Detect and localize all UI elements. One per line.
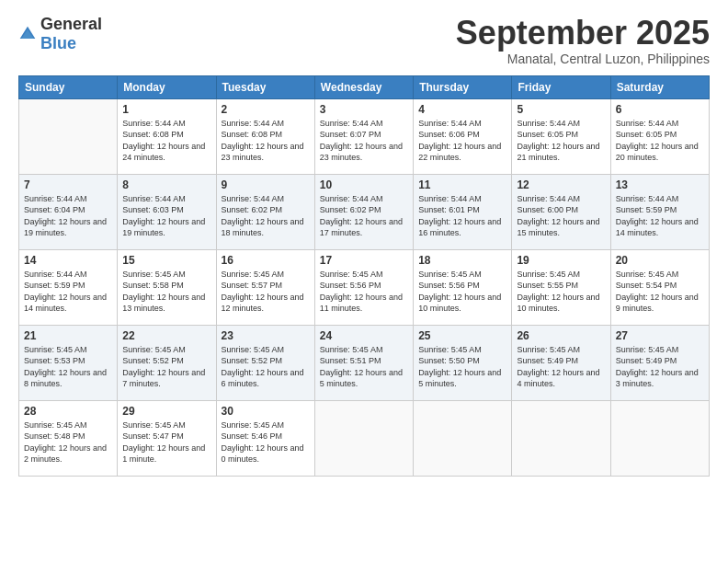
day-number: 5	[517, 103, 605, 116]
day-number: 10	[320, 178, 408, 191]
day-info: Sunrise: 5:45 AMSunset: 5:49 PMDaylight:…	[517, 344, 605, 390]
day-info: Sunrise: 5:45 AMSunset: 5:57 PMDaylight:…	[222, 269, 310, 315]
table-row: 24Sunrise: 5:45 AMSunset: 5:51 PMDayligh…	[314, 325, 413, 400]
calendar-header-row: Sunday Monday Tuesday Wednesday Thursday…	[19, 75, 710, 98]
day-number: 6	[616, 103, 704, 116]
day-number: 4	[418, 103, 506, 116]
table-row: 4Sunrise: 5:44 AMSunset: 6:06 PMDaylight…	[414, 98, 512, 174]
table-row: 23Sunrise: 5:45 AMSunset: 5:52 PMDayligh…	[216, 325, 314, 400]
col-monday: Monday	[118, 75, 216, 98]
col-sunday: Sunday	[19, 75, 118, 98]
day-info: Sunrise: 5:44 AMSunset: 6:06 PMDaylight:…	[418, 118, 506, 164]
logo-text: General Blue	[40, 15, 102, 53]
day-info: Sunrise: 5:45 AMSunset: 5:56 PMDaylight:…	[418, 269, 506, 315]
day-number: 17	[320, 254, 408, 267]
calendar-week-row: 1Sunrise: 5:44 AMSunset: 6:08 PMDaylight…	[19, 98, 710, 174]
day-info: Sunrise: 5:44 AMSunset: 5:59 PMDaylight:…	[616, 193, 704, 239]
table-row: 13Sunrise: 5:44 AMSunset: 5:59 PMDayligh…	[610, 174, 709, 249]
day-info: Sunrise: 5:45 AMSunset: 5:48 PMDaylight:…	[24, 419, 112, 465]
day-number: 28	[24, 405, 112, 418]
calendar-table: Sunday Monday Tuesday Wednesday Thursday…	[18, 75, 710, 477]
day-info: Sunrise: 5:44 AMSunset: 6:08 PMDaylight:…	[122, 118, 210, 164]
day-number: 16	[222, 254, 310, 267]
table-row: 5Sunrise: 5:44 AMSunset: 6:05 PMDaylight…	[512, 98, 610, 174]
table-row: 1Sunrise: 5:44 AMSunset: 6:08 PMDaylight…	[118, 98, 216, 174]
day-number: 18	[418, 254, 506, 267]
day-info: Sunrise: 5:45 AMSunset: 5:47 PMDaylight:…	[122, 419, 210, 465]
day-number: 22	[122, 329, 210, 342]
table-row	[512, 400, 610, 476]
location-subtitle: Manatal, Central Luzon, Philippines	[456, 52, 710, 66]
table-row: 15Sunrise: 5:45 AMSunset: 5:58 PMDayligh…	[118, 249, 216, 325]
day-number: 7	[24, 178, 112, 191]
table-row: 25Sunrise: 5:45 AMSunset: 5:50 PMDayligh…	[414, 325, 512, 400]
day-number: 21	[24, 329, 112, 342]
day-info: Sunrise: 5:45 AMSunset: 5:52 PMDaylight:…	[222, 344, 310, 390]
day-number: 3	[320, 103, 408, 116]
table-row: 3Sunrise: 5:44 AMSunset: 6:07 PMDaylight…	[314, 98, 413, 174]
day-info: Sunrise: 5:45 AMSunset: 5:55 PMDaylight:…	[517, 269, 605, 315]
title-section: September 2025 Manatal, Central Luzon, P…	[456, 15, 710, 66]
table-row: 28Sunrise: 5:45 AMSunset: 5:48 PMDayligh…	[19, 400, 118, 476]
day-number: 23	[222, 329, 310, 342]
day-info: Sunrise: 5:44 AMSunset: 6:05 PMDaylight:…	[616, 118, 704, 164]
day-info: Sunrise: 5:45 AMSunset: 5:52 PMDaylight:…	[122, 344, 210, 390]
day-info: Sunrise: 5:45 AMSunset: 5:49 PMDaylight:…	[616, 344, 704, 390]
day-info: Sunrise: 5:44 AMSunset: 6:02 PMDaylight:…	[320, 193, 408, 239]
table-row	[314, 400, 413, 476]
table-row: 26Sunrise: 5:45 AMSunset: 5:49 PMDayligh…	[512, 325, 610, 400]
day-number: 24	[320, 329, 408, 342]
day-info: Sunrise: 5:45 AMSunset: 5:56 PMDaylight:…	[320, 269, 408, 315]
calendar-week-row: 7Sunrise: 5:44 AMSunset: 6:04 PMDaylight…	[19, 174, 710, 249]
logo-blue: Blue	[40, 34, 76, 52]
table-row: 19Sunrise: 5:45 AMSunset: 5:55 PMDayligh…	[512, 249, 610, 325]
table-row: 30Sunrise: 5:45 AMSunset: 5:46 PMDayligh…	[216, 400, 314, 476]
logo-icon	[18, 25, 37, 43]
logo-general: General	[40, 15, 102, 33]
day-number: 20	[616, 254, 704, 267]
table-row: 14Sunrise: 5:44 AMSunset: 5:59 PMDayligh…	[19, 249, 118, 325]
day-info: Sunrise: 5:45 AMSunset: 5:53 PMDaylight:…	[24, 344, 112, 390]
col-tuesday: Tuesday	[216, 75, 314, 98]
table-row: 20Sunrise: 5:45 AMSunset: 5:54 PMDayligh…	[610, 249, 709, 325]
table-row: 22Sunrise: 5:45 AMSunset: 5:52 PMDayligh…	[118, 325, 216, 400]
day-info: Sunrise: 5:45 AMSunset: 5:46 PMDaylight:…	[222, 419, 310, 465]
day-number: 9	[222, 178, 310, 191]
day-info: Sunrise: 5:44 AMSunset: 6:05 PMDaylight:…	[517, 118, 605, 164]
day-info: Sunrise: 5:44 AMSunset: 6:00 PMDaylight:…	[517, 193, 605, 239]
day-info: Sunrise: 5:45 AMSunset: 5:54 PMDaylight:…	[616, 269, 704, 315]
day-info: Sunrise: 5:44 AMSunset: 6:04 PMDaylight:…	[24, 193, 112, 239]
day-number: 30	[222, 405, 310, 418]
col-wednesday: Wednesday	[314, 75, 413, 98]
calendar-week-row: 21Sunrise: 5:45 AMSunset: 5:53 PMDayligh…	[19, 325, 710, 400]
table-row: 9Sunrise: 5:44 AMSunset: 6:02 PMDaylight…	[216, 174, 314, 249]
calendar-week-row: 28Sunrise: 5:45 AMSunset: 5:48 PMDayligh…	[19, 400, 710, 476]
table-row: 18Sunrise: 5:45 AMSunset: 5:56 PMDayligh…	[414, 249, 512, 325]
table-row: 2Sunrise: 5:44 AMSunset: 6:08 PMDaylight…	[216, 98, 314, 174]
day-number: 15	[122, 254, 210, 267]
table-row	[610, 400, 709, 476]
day-info: Sunrise: 5:45 AMSunset: 5:50 PMDaylight:…	[418, 344, 506, 390]
table-row: 21Sunrise: 5:45 AMSunset: 5:53 PMDayligh…	[19, 325, 118, 400]
table-row: 29Sunrise: 5:45 AMSunset: 5:47 PMDayligh…	[118, 400, 216, 476]
day-number: 27	[616, 329, 704, 342]
day-info: Sunrise: 5:44 AMSunset: 6:01 PMDaylight:…	[418, 193, 506, 239]
table-row: 6Sunrise: 5:44 AMSunset: 6:05 PMDaylight…	[610, 98, 709, 174]
col-friday: Friday	[512, 75, 610, 98]
day-number: 11	[418, 178, 506, 191]
day-number: 8	[122, 178, 210, 191]
table-row	[19, 98, 118, 174]
header: General Blue September 2025 Manatal, Cen…	[18, 15, 710, 66]
day-info: Sunrise: 5:44 AMSunset: 6:02 PMDaylight:…	[222, 193, 310, 239]
day-number: 1	[122, 103, 210, 116]
day-info: Sunrise: 5:44 AMSunset: 6:07 PMDaylight:…	[320, 118, 408, 164]
logo: General Blue	[18, 15, 102, 53]
day-info: Sunrise: 5:44 AMSunset: 6:08 PMDaylight:…	[222, 118, 310, 164]
day-number: 14	[24, 254, 112, 267]
col-thursday: Thursday	[414, 75, 512, 98]
day-number: 26	[517, 329, 605, 342]
table-row	[414, 400, 512, 476]
table-row: 10Sunrise: 5:44 AMSunset: 6:02 PMDayligh…	[314, 174, 413, 249]
table-row: 11Sunrise: 5:44 AMSunset: 6:01 PMDayligh…	[414, 174, 512, 249]
day-info: Sunrise: 5:44 AMSunset: 5:59 PMDaylight:…	[24, 269, 112, 315]
